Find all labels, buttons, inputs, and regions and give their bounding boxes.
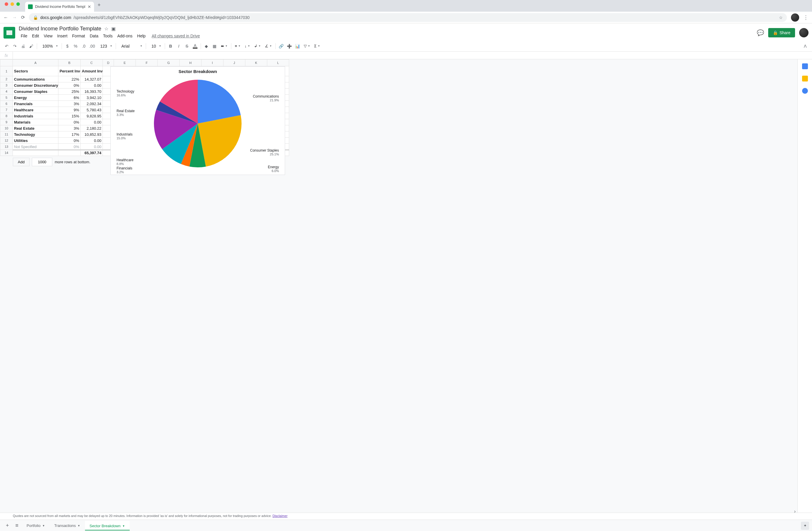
cell-A9[interactable]: Materials xyxy=(13,119,58,125)
menu-format[interactable]: Format xyxy=(70,32,87,40)
cell-C7[interactable]: 5,780.43 xyxy=(81,107,103,113)
browser-menu-icon[interactable]: ⋮ xyxy=(803,14,809,21)
borders-button[interactable]: ▦ xyxy=(211,42,218,50)
add-rows-button[interactable]: Add xyxy=(13,158,29,166)
cell-B4[interactable]: 25% xyxy=(58,88,81,95)
cell-C1[interactable]: Amount Invested xyxy=(81,66,103,76)
menu-insert[interactable]: Insert xyxy=(55,32,70,40)
cell-A5[interactable]: Energy xyxy=(13,95,58,101)
currency-button[interactable]: $ xyxy=(64,42,71,50)
column-header-F[interactable]: F xyxy=(136,59,158,66)
close-tab-icon[interactable]: ✕ xyxy=(88,4,91,9)
cell-B5[interactable]: 6% xyxy=(58,95,81,101)
cell-C9[interactable]: 0.00 xyxy=(81,119,103,125)
row-header-6[interactable]: 6 xyxy=(0,101,13,107)
cell-B6[interactable]: 3% xyxy=(58,101,81,107)
horizontal-align-button[interactable]: ≡▼ xyxy=(233,44,243,48)
more-formats-select[interactable]: 123▼ xyxy=(97,44,114,48)
column-header-L[interactable]: L xyxy=(267,59,289,66)
cell-C3[interactable]: 0.00 xyxy=(81,82,103,88)
cell-B12[interactable]: 0% xyxy=(58,138,81,144)
vertical-align-button[interactable]: ↓▼ xyxy=(243,44,251,48)
menu-tools[interactable]: Tools xyxy=(101,32,115,40)
cell-C5[interactable]: 3,942.10 xyxy=(81,95,103,101)
font-select[interactable]: Arial▼ xyxy=(118,44,144,48)
cell-B11[interactable]: 17% xyxy=(58,131,81,138)
add-rows-input[interactable] xyxy=(32,158,52,166)
cell-A11[interactable]: Technology xyxy=(13,131,58,138)
row-header-7[interactable]: 7 xyxy=(0,107,13,113)
column-header-I[interactable]: I xyxy=(202,59,223,66)
sheet-tab-portfolio[interactable]: Portfolio▼ xyxy=(22,521,50,530)
menu-view[interactable]: View xyxy=(42,32,55,40)
pie-chart[interactable]: Sector Breakdown Communications21.9%Cons… xyxy=(111,66,285,175)
row-header-14[interactable]: 14 xyxy=(0,150,13,156)
row-header-8[interactable]: 8 xyxy=(0,113,13,119)
menu-edit[interactable]: Edit xyxy=(30,32,41,40)
document-title[interactable]: Dividend Income Portfolio Template xyxy=(19,26,101,32)
cell-B1[interactable]: Percent Invested xyxy=(58,66,81,76)
bold-button[interactable]: B xyxy=(167,42,174,50)
cell-A10[interactable]: Real Estate xyxy=(13,125,58,131)
sheet-tab-transactions[interactable]: Transactions▼ xyxy=(50,521,85,530)
cell-A8[interactable]: Industrials xyxy=(13,113,58,119)
strikethrough-button[interactable]: S xyxy=(183,42,191,50)
row-header-11[interactable]: 11 xyxy=(0,131,13,138)
cell-B2[interactable]: 22% xyxy=(58,76,81,82)
font-size-select[interactable]: 10▼ xyxy=(148,44,163,48)
cell-B8[interactable]: 15% xyxy=(58,113,81,119)
select-all-corner[interactable] xyxy=(0,59,13,66)
cell-C14[interactable]: 65,397.74 xyxy=(81,150,103,156)
text-rotation-button[interactable]: ∠▼ xyxy=(263,44,274,48)
redo-button[interactable]: ↷ xyxy=(11,42,19,50)
comments-button[interactable]: 💬 xyxy=(757,29,764,36)
decrease-decimal-button[interactable]: .0 xyxy=(80,42,88,50)
increase-decimal-button[interactable]: .00 xyxy=(88,42,96,50)
cell-B9[interactable]: 0% xyxy=(58,119,81,125)
profile-avatar[interactable] xyxy=(791,13,799,21)
address-bar[interactable]: 🔒 docs.google.com/spreadsheets/d/1zbgEVh… xyxy=(29,13,787,22)
row-header-2[interactable]: 2 xyxy=(0,76,13,82)
text-color-button[interactable]: A xyxy=(191,42,199,50)
account-avatar[interactable] xyxy=(799,28,809,38)
cell-B13[interactable]: 0% xyxy=(58,144,81,150)
cell-C4[interactable]: 16,393.70 xyxy=(81,88,103,95)
cell-B3[interactable]: 0% xyxy=(58,82,81,88)
paint-format-button[interactable]: 🖌 xyxy=(27,42,35,50)
column-header-K[interactable]: K xyxy=(245,59,267,66)
share-button[interactable]: 🔒 Share xyxy=(768,28,795,38)
column-header-A[interactable]: A xyxy=(13,59,58,66)
all-sheets-button[interactable]: ≡ xyxy=(13,522,21,529)
calendar-addon-icon[interactable] xyxy=(802,63,808,69)
zoom-select[interactable]: 100%▼ xyxy=(39,44,60,48)
row-header-1[interactable]: 1 xyxy=(0,66,13,76)
filter-button[interactable]: ▽▼ xyxy=(302,44,312,48)
row-header-3[interactable]: 3 xyxy=(0,82,13,88)
column-header-H[interactable]: H xyxy=(180,59,202,66)
insert-chart-button[interactable]: 📊 xyxy=(294,42,302,50)
cell-B7[interactable]: 9% xyxy=(58,107,81,113)
cell-A3[interactable]: Consumer Discretionary xyxy=(13,82,58,88)
cell-A1[interactable]: Sectors xyxy=(13,66,58,76)
cell-A14[interactable] xyxy=(13,150,58,156)
forward-button[interactable]: → xyxy=(12,15,17,20)
print-button[interactable]: 🖨 xyxy=(19,42,27,50)
back-button[interactable]: ← xyxy=(3,15,8,20)
column-header-E[interactable]: E xyxy=(114,59,136,66)
keep-addon-icon[interactable] xyxy=(802,76,808,82)
reload-button[interactable]: ⟳ xyxy=(21,15,25,20)
minimize-window-button[interactable] xyxy=(11,2,14,6)
cell-C6[interactable]: 2,092.34 xyxy=(81,101,103,107)
cell-C11[interactable]: 10,852.93 xyxy=(81,131,103,138)
cell-C13[interactable]: 0.00 xyxy=(81,144,103,150)
sheet-tab-sector-breakdown[interactable]: Sector Breakdown▼ xyxy=(85,521,130,530)
row-header-10[interactable]: 10 xyxy=(0,125,13,131)
insert-link-button[interactable]: 🔗 xyxy=(277,42,285,50)
cell-C12[interactable]: 0.00 xyxy=(81,138,103,144)
row-header-12[interactable]: 12 xyxy=(0,138,13,144)
disclaimer-link[interactable]: Disclaimer xyxy=(273,514,287,518)
bookmark-star-icon[interactable]: ☆ xyxy=(779,15,783,20)
explore-button[interactable]: ✦ xyxy=(801,522,809,530)
row-header-13[interactable]: 13 xyxy=(0,144,13,150)
cell-B10[interactable]: 3% xyxy=(58,125,81,131)
